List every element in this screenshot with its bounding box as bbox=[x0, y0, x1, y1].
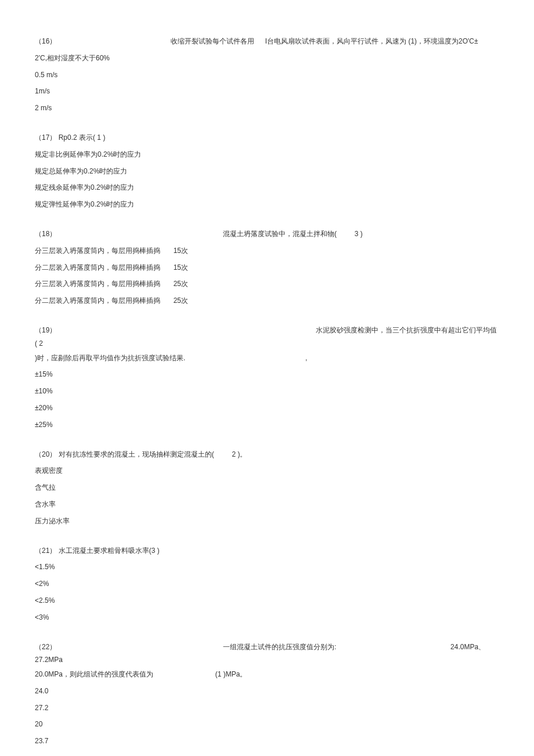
q22-option-2: 27.2 bbox=[35, 701, 499, 715]
q17-option-3: 规定残余延伸率为0.2%时的应力 bbox=[35, 181, 499, 194]
q18-opt2-a: 分二层装入坍落度筒内，每层用捣棒插捣 bbox=[35, 263, 160, 272]
q20-text-a: （20） 对有抗冻性要求的混凝土，现场抽样测定混凝土的( bbox=[35, 450, 214, 458]
question-22-stem-line2: 20.0MPa，则此组试件的强度代表值为 (1 )MPa。 bbox=[35, 668, 499, 681]
q19-option-2: ±10% bbox=[35, 385, 499, 398]
question-19: （19） 水泥胶砂强度检测中，当三个抗折强度中有超出它们平均值( 2 )时，应剔… bbox=[35, 324, 499, 432]
q19-line2b: , bbox=[305, 354, 307, 362]
q19-option-1: ±15% bbox=[35, 368, 499, 381]
question-17-stem: （17） Rp0.2 表示( 1 ) bbox=[35, 131, 499, 144]
q18-text-b: 3 ) bbox=[355, 230, 363, 238]
q18-opt1-a: 分三层装入坍落度筒内，每层用捣棒插捣 bbox=[35, 247, 160, 255]
q20-option-1: 表观密度 bbox=[35, 464, 499, 478]
q17-option-1: 规定非比例延伸率为0.2%时的应力 bbox=[35, 148, 499, 161]
question-20: （20） 对有抗冻性要求的混凝土，现场抽样测定混凝土的( 2 )。 表观密度 含… bbox=[35, 448, 499, 528]
q18-opt2-b: 15次 bbox=[174, 263, 188, 272]
q19-option-4: ±25% bbox=[35, 418, 499, 432]
q16-line2: 2'C,相对湿度不大于60% bbox=[35, 52, 499, 65]
q22-option-4: 23.7 bbox=[35, 735, 499, 748]
q20-option-3: 含水率 bbox=[35, 498, 499, 511]
question-22: （22） 一组混凝土试件的抗压强度值分别为: 24.0MPa、27.2MPa 2… bbox=[35, 641, 499, 748]
q21-option-4: <3% bbox=[35, 611, 499, 624]
question-18: （18） 混凝土坍落度试验中，混凝土拌和物( 3 ) 分三层装入坍落度筒内，每层… bbox=[35, 227, 499, 308]
q18-option-4: 分二层装入坍落度筒内，每层用捣棒插捣 25次 bbox=[35, 294, 499, 308]
q20-option-4: 压力泌水率 bbox=[35, 515, 499, 528]
q16-option-1: 0.5 m/s bbox=[35, 68, 499, 82]
q16-text-b: I台电风扇吹试件表面，风向平行试件，风速为 (1)，环境温度为2O'C± bbox=[265, 37, 478, 45]
q17-option-2: 规定总延伸率为0.2%时的应力 bbox=[35, 165, 499, 178]
q18-option-3: 分三层装入坍落度筒内，每层用捣棒插捣 25次 bbox=[35, 277, 499, 291]
question-21-stem: （21） 水工混凝土要求粗骨料吸水率(3 ) bbox=[35, 544, 499, 558]
q19-option-3: ±20% bbox=[35, 401, 499, 415]
q18-opt4-b: 25次 bbox=[174, 296, 188, 305]
question-21: （21） 水工混凝土要求粗骨料吸水率(3 ) <1.5% <2% <2.5% <… bbox=[35, 544, 499, 624]
q20-option-2: 含气拉 bbox=[35, 481, 499, 494]
question-16: （16） 收缩开裂试验每个试件各用 I台电风扇吹试件表面，风向平行试件，风速为 … bbox=[35, 35, 499, 115]
q18-option-1: 分三层装入坍落度筒内，每层用捣棒插捣 15次 bbox=[35, 244, 499, 258]
q22-option-1: 24.0 bbox=[35, 685, 499, 698]
q16-num: （16） bbox=[35, 37, 56, 45]
q18-text-a: 混凝土坍落度试验中，混凝土拌和物( bbox=[223, 230, 337, 238]
question-16-stem: （16） 收缩开裂试验每个试件各用 I台电风扇吹试件表面，风向平行试件，风速为 … bbox=[35, 35, 499, 48]
q22-text-a: 一组混凝土试件的抗压强度值分别为: bbox=[223, 643, 336, 651]
q20-text-b: 2 )。 bbox=[232, 450, 247, 458]
question-18-stem: （18） 混凝土坍落度试验中，混凝土拌和物( 3 ) bbox=[35, 227, 499, 241]
q16-text-a: 收缩开裂试验每个试件各用 bbox=[171, 37, 254, 45]
q18-opt3-b: 25次 bbox=[174, 280, 188, 288]
q18-opt3-a: 分三层装入坍落度筒内，每层用捣棒插捣 bbox=[35, 280, 160, 288]
q19-line2a: )时，应剔除后再取平均值作为抗折强度试验结果. bbox=[35, 354, 185, 362]
q18-option-2: 分二层装入坍落度筒内，每层用捣棒插捣 15次 bbox=[35, 261, 499, 274]
question-19-stem-line1: （19） 水泥胶砂强度检测中，当三个抗折强度中有超出它们平均值( 2 bbox=[35, 324, 499, 350]
q21-option-3: <2.5% bbox=[35, 594, 499, 607]
question-22-stem-line1: （22） 一组混凝土试件的抗压强度值分别为: 24.0MPa、27.2MPa bbox=[35, 641, 499, 667]
q22-line2b: (1 )MPa。 bbox=[215, 670, 247, 678]
q16-option-3: 2 m/s bbox=[35, 102, 499, 115]
q22-num: （22） bbox=[35, 643, 56, 651]
q21-option-2: <2% bbox=[35, 577, 499, 591]
question-19-stem-line2: )时，应剔除后再取平均值作为抗折强度试验结果. , bbox=[35, 352, 499, 365]
q19-num: （19） bbox=[35, 326, 56, 334]
q18-opt1-b: 15次 bbox=[174, 247, 188, 255]
q19-text-a: 水泥胶砂强度检测中，当三个抗折强度中有超出它们平均值( 2 bbox=[35, 326, 497, 348]
q21-option-1: <1.5% bbox=[35, 560, 499, 574]
q18-num: （18） bbox=[35, 230, 56, 238]
q16-option-2: 1m/s bbox=[35, 85, 499, 98]
q22-line2a: 20.0MPa，则此组试件的强度代表值为 bbox=[35, 670, 153, 678]
q17-option-4: 规定弹性延伸率为0.2%时的应力 bbox=[35, 198, 499, 211]
q22-option-3: 20 bbox=[35, 718, 499, 731]
question-20-stem: （20） 对有抗冻性要求的混凝土，现场抽样测定混凝土的( 2 )。 bbox=[35, 448, 499, 461]
question-17: （17） Rp0.2 表示( 1 ) 规定非比例延伸率为0.2%时的应力 规定总… bbox=[35, 131, 499, 211]
q18-opt4-a: 分二层装入坍落度筒内，每层用捣棒插捣 bbox=[35, 296, 160, 305]
